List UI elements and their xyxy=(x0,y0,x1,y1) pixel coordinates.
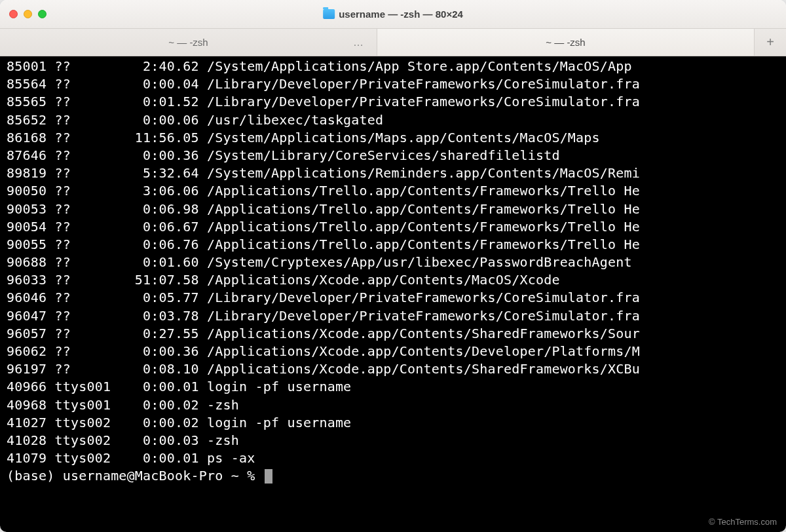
tab-1-label: ~ — -zsh xyxy=(168,37,208,48)
process-row: 40968 ttys001 0:00.02 -zsh xyxy=(7,396,781,414)
tab-2[interactable]: ~ — -zsh xyxy=(377,29,755,56)
close-button[interactable] xyxy=(9,10,18,18)
tab-2-label: ~ — -zsh xyxy=(546,37,585,48)
title-text: username — -zsh — 80×24 xyxy=(339,9,463,20)
plus-icon: + xyxy=(766,35,774,50)
new-tab-button[interactable]: + xyxy=(755,29,786,56)
folder-icon xyxy=(323,9,335,19)
process-row: 41027 ttys002 0:00.02 login -pf username xyxy=(7,414,781,432)
process-row: 96047 ?? 0:03.78 /Library/Developer/Priv… xyxy=(7,307,781,325)
process-row: 96062 ?? 0:00.36 /Applications/Xcode.app… xyxy=(7,343,781,360)
process-row: 96033 ?? 51:07.58 /Applications/Xcode.ap… xyxy=(7,271,781,289)
process-row: 40966 ttys001 0:00.01 login -pf username xyxy=(7,378,781,396)
traffic-lights xyxy=(9,10,47,18)
process-row: 41079 ttys002 0:00.01 ps -ax xyxy=(7,449,781,467)
window-title: username — -zsh — 80×24 xyxy=(323,9,463,20)
process-row: 85564 ?? 0:00.04 /Library/Developer/Priv… xyxy=(7,75,781,93)
process-row: 87646 ?? 0:00.36 /System/Library/CoreSer… xyxy=(7,147,781,164)
process-row: 89819 ?? 5:32.64 /System/Applications/Re… xyxy=(7,164,781,182)
terminal-window: username — -zsh — 80×24 ~ — -zsh … ~ — -… xyxy=(0,0,786,532)
process-row: 90053 ?? 0:06.98 /Applications/Trello.ap… xyxy=(7,200,781,218)
process-row: 85565 ?? 0:01.52 /Library/Developer/Priv… xyxy=(7,93,781,111)
prompt-line[interactable]: (base) username@MacBook-Pro ~ % xyxy=(7,467,781,485)
maximize-button[interactable] xyxy=(38,10,47,18)
process-row: 86168 ?? 11:56.05 /System/Applications/M… xyxy=(7,129,781,147)
process-row: 41028 ttys002 0:00.03 -zsh xyxy=(7,432,781,449)
process-row: 96057 ?? 0:27.55 /Applications/Xcode.app… xyxy=(7,325,781,343)
titlebar[interactable]: username — -zsh — 80×24 xyxy=(0,0,786,29)
tab-1[interactable]: ~ — -zsh … xyxy=(0,29,377,56)
process-row: 96046 ?? 0:05.77 /Library/Developer/Priv… xyxy=(7,289,781,307)
terminal-output[interactable]: 85001 ?? 2:40.62 /System/Applications/Ap… xyxy=(0,56,786,532)
process-row: 90050 ?? 3:06.06 /Applications/Trello.ap… xyxy=(7,182,781,200)
tab-1-overflow-icon[interactable]: … xyxy=(353,37,365,48)
minimize-button[interactable] xyxy=(24,10,32,18)
process-row: 85652 ?? 0:00.06 /usr/libexec/taskgated xyxy=(7,111,781,129)
watermark: © TechTerms.com xyxy=(709,517,777,527)
process-row: 96197 ?? 0:08.10 /Applications/Xcode.app… xyxy=(7,360,781,378)
cursor xyxy=(265,469,272,484)
process-row: 90055 ?? 0:06.76 /Applications/Trello.ap… xyxy=(7,236,781,254)
tab-bar: ~ — -zsh … ~ — -zsh + xyxy=(0,29,786,56)
process-row: 85001 ?? 2:40.62 /System/Applications/Ap… xyxy=(7,58,781,75)
process-row: 90054 ?? 0:06.67 /Applications/Trello.ap… xyxy=(7,218,781,236)
process-row: 90688 ?? 0:01.60 /System/Cryptexes/App/u… xyxy=(7,254,781,271)
